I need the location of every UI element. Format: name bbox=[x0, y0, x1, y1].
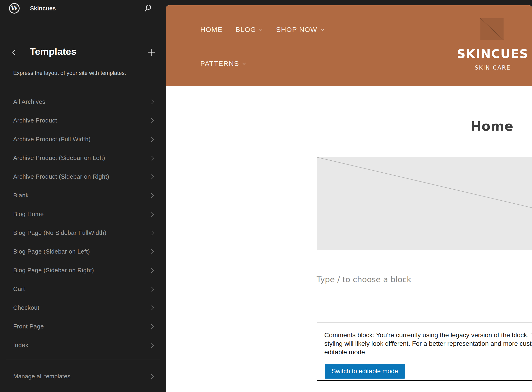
template-item-front-page[interactable]: Front Page bbox=[0, 317, 166, 336]
empty-block-placeholder[interactable]: Type / to choose a block bbox=[317, 275, 411, 284]
templates-panel-header: Templates bbox=[0, 45, 166, 60]
template-item-label: Blog Page (Sidebar on Right) bbox=[13, 267, 94, 274]
broken-image-diagonal bbox=[480, 18, 504, 40]
panel-title: Templates bbox=[30, 46, 77, 57]
template-item-label: Archive Product (Full Width) bbox=[13, 136, 91, 143]
search-icon bbox=[144, 4, 152, 13]
template-item-blog-page-no-sidebar[interactable]: Blog Page (No Sidebar FullWidth) bbox=[0, 224, 166, 242]
manage-all-templates-button[interactable]: Manage all templates bbox=[0, 367, 166, 386]
wordpress-logo-icon: W bbox=[9, 3, 20, 14]
template-item-blank[interactable]: Blank bbox=[0, 186, 166, 205]
back-button[interactable] bbox=[9, 47, 19, 58]
chevron-down-icon bbox=[259, 28, 263, 31]
template-item-all-archives[interactable]: All Archives bbox=[0, 93, 166, 111]
nav-item-label: SHOP NOW bbox=[276, 26, 317, 33]
template-item-label: Blog Page (No Sidebar FullWidth) bbox=[13, 229, 106, 236]
template-item-label: Archive Product (Sidebar on Left) bbox=[13, 154, 105, 162]
template-item-label: Blog Home bbox=[13, 210, 44, 218]
chevron-right-icon bbox=[151, 118, 154, 123]
search-button[interactable] bbox=[143, 3, 153, 13]
template-item-label: Cart bbox=[13, 285, 25, 293]
chevron-right-icon bbox=[151, 249, 154, 254]
sidebar-site-title: Skincues bbox=[30, 5, 56, 12]
site-editor: W Skincues Templates bbox=[0, 0, 532, 392]
chevron-right-icon bbox=[151, 174, 154, 179]
chevron-left-icon bbox=[12, 49, 16, 56]
manage-all-templates-label: Manage all templates bbox=[13, 373, 70, 380]
template-item-index[interactable]: Index bbox=[0, 336, 166, 355]
template-item-cart[interactable]: Cart bbox=[0, 280, 166, 299]
nav-item-shop-now[interactable]: SHOP NOW bbox=[276, 26, 324, 33]
sidebar-top-row: W Skincues bbox=[0, 0, 166, 17]
template-item-checkout[interactable]: Checkout bbox=[0, 299, 166, 317]
nav-row-1: HOME BLOG SHOP NOW bbox=[200, 26, 324, 33]
nav-item-label: HOME bbox=[200, 26, 222, 33]
notice-line: Comments block: You’re currently using t… bbox=[324, 331, 532, 339]
footer-column-divider bbox=[492, 382, 492, 392]
comments-notice-text: Comments block: You’re currently using t… bbox=[317, 322, 532, 356]
nav-item-patterns[interactable]: PATTERNS bbox=[200, 60, 246, 67]
template-item-label: Blank bbox=[13, 192, 29, 199]
switch-to-editable-mode-button[interactable]: Switch to editable mode bbox=[325, 364, 405, 379]
nav-item-blog[interactable]: BLOG bbox=[235, 26, 263, 33]
chevron-right-icon bbox=[151, 230, 154, 236]
svg-text:W: W bbox=[11, 5, 18, 12]
chevron-right-icon bbox=[151, 193, 154, 198]
sidebar-divider bbox=[6, 359, 160, 359]
editor-canvas: HOME BLOG SHOP NOW PATTERNS bbox=[166, 5, 532, 392]
wordpress-logo-button[interactable]: W bbox=[9, 3, 20, 14]
chevron-right-icon bbox=[151, 343, 154, 348]
page-title[interactable]: Home bbox=[471, 119, 513, 134]
template-item-label: All Archives bbox=[13, 98, 45, 105]
editor-sidebar: W Skincues Templates bbox=[0, 0, 166, 392]
template-item-label: Archive Product bbox=[13, 117, 57, 124]
site-header-block: HOME BLOG SHOP NOW PATTERNS bbox=[166, 5, 532, 86]
chevron-right-icon bbox=[151, 137, 154, 142]
template-item-blog-page-sidebar-left[interactable]: Blog Page (Sidebar on Left) bbox=[0, 242, 166, 261]
chevron-right-icon bbox=[151, 212, 154, 217]
chevron-down-icon bbox=[242, 62, 246, 65]
plus-icon bbox=[147, 48, 155, 56]
notice-line: editable mode. bbox=[324, 348, 532, 356]
templates-list: All Archives Archive Product Archive Pro… bbox=[0, 93, 166, 355]
template-item-label: Front Page bbox=[13, 323, 44, 330]
nav-item-label: BLOG bbox=[235, 26, 256, 33]
image-placeholder-block[interactable] bbox=[317, 157, 532, 250]
template-item-label: Index bbox=[13, 342, 28, 349]
chevron-right-icon bbox=[151, 305, 154, 310]
nav-item-home[interactable]: HOME bbox=[200, 26, 222, 33]
site-logo-broken-image[interactable] bbox=[480, 18, 504, 40]
template-item-label: Checkout bbox=[13, 304, 39, 311]
site-tagline-text[interactable]: SKIN CARE bbox=[423, 65, 532, 71]
chevron-right-icon bbox=[151, 268, 154, 273]
chevron-right-icon bbox=[151, 324, 154, 329]
template-item-archive-product-sidebar-left[interactable]: Archive Product (Sidebar on Left) bbox=[0, 149, 166, 167]
template-item-archive-product-full-width[interactable]: Archive Product (Full Width) bbox=[0, 130, 166, 149]
add-template-button[interactable] bbox=[146, 47, 157, 58]
chevron-right-icon bbox=[151, 374, 154, 379]
nav-item-label: PATTERNS bbox=[200, 60, 239, 67]
site-branding: SKINCUES SKIN CARE bbox=[423, 5, 532, 86]
footer-top-border bbox=[166, 381, 532, 381]
notice-line: styling will likely look different. For … bbox=[324, 339, 532, 348]
sidebar-bottom-divider bbox=[0, 391, 166, 391]
panel-description: Express the layout of your site with tem… bbox=[13, 69, 147, 77]
chevron-down-icon bbox=[320, 28, 324, 31]
footer-column-divider bbox=[329, 382, 329, 392]
placeholder-diagonal bbox=[317, 157, 532, 250]
template-item-label: Archive Product (Sidebar on Right) bbox=[13, 173, 109, 180]
chevron-right-icon bbox=[151, 287, 154, 292]
chevron-right-icon bbox=[151, 99, 154, 104]
site-name-text[interactable]: SKINCUES bbox=[423, 47, 532, 61]
template-item-label: Blog Page (Sidebar on Left) bbox=[13, 248, 90, 255]
template-item-archive-product[interactable]: Archive Product bbox=[0, 111, 166, 130]
template-item-blog-page-sidebar-right[interactable]: Blog Page (Sidebar on Right) bbox=[0, 261, 166, 280]
nav-row-2: PATTERNS bbox=[200, 60, 246, 67]
chevron-right-icon bbox=[151, 156, 154, 161]
template-item-archive-product-sidebar-right[interactable]: Archive Product (Sidebar on Right) bbox=[0, 167, 166, 186]
template-item-blog-home[interactable]: Blog Home bbox=[0, 205, 166, 224]
comments-legacy-notice: Comments block: You’re currently using t… bbox=[317, 322, 532, 381]
